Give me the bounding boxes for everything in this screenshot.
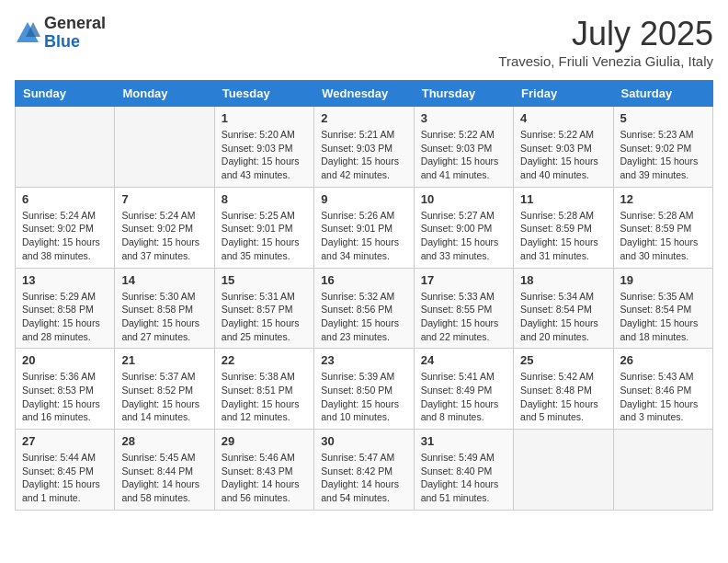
day-number: 30 (321, 434, 406, 448)
day-cell: 4Sunrise: 5:22 AMSunset: 9:03 PMDaylight… (514, 107, 613, 188)
day-number: 22 (222, 353, 307, 367)
day-cell: 27Sunrise: 5:44 AMSunset: 8:45 PMDayligh… (16, 430, 115, 511)
day-info: Sunrise: 5:31 AMSunset: 8:57 PMDaylight:… (222, 290, 307, 344)
day-info: Sunrise: 5:21 AMSunset: 9:03 PMDaylight:… (321, 128, 406, 182)
day-cell: 15Sunrise: 5:31 AMSunset: 8:57 PMDayligh… (214, 268, 313, 349)
logo: General Blue (15, 15, 106, 52)
day-cell: 9Sunrise: 5:26 AMSunset: 9:01 PMDaylight… (314, 187, 414, 268)
logo-icon (15, 20, 40, 46)
day-info: Sunrise: 5:26 AMSunset: 9:01 PMDaylight:… (321, 209, 406, 263)
day-info: Sunrise: 5:35 AMSunset: 8:54 PMDaylight:… (620, 290, 706, 344)
day-info: Sunrise: 5:47 AMSunset: 8:42 PMDaylight:… (321, 451, 406, 505)
day-cell: 13Sunrise: 5:29 AMSunset: 8:58 PMDayligh… (16, 268, 115, 349)
day-number: 24 (421, 353, 506, 367)
month-title: July 2025 (498, 15, 713, 53)
day-cell: 3Sunrise: 5:22 AMSunset: 9:03 PMDaylight… (414, 107, 513, 188)
day-cell: 5Sunrise: 5:23 AMSunset: 9:02 PMDaylight… (613, 107, 712, 188)
day-number: 19 (620, 273, 706, 287)
day-number: 16 (321, 273, 406, 287)
header-thursday: Thursday (414, 81, 513, 107)
day-info: Sunrise: 5:44 AMSunset: 8:45 PMDaylight:… (22, 451, 108, 505)
day-info: Sunrise: 5:28 AMSunset: 8:59 PMDaylight:… (620, 209, 706, 263)
header: General Blue July 2025 Travesio, Friuli … (15, 15, 713, 69)
day-cell: 25Sunrise: 5:42 AMSunset: 8:48 PMDayligh… (514, 349, 613, 430)
day-number: 10 (421, 192, 506, 206)
day-number: 21 (121, 353, 207, 367)
location-title: Travesio, Friuli Venezia Giulia, Italy (498, 53, 713, 69)
header-monday: Monday (115, 81, 214, 107)
day-cell: 23Sunrise: 5:39 AMSunset: 8:50 PMDayligh… (314, 349, 414, 430)
day-info: Sunrise: 5:33 AMSunset: 8:55 PMDaylight:… (421, 290, 506, 344)
day-info: Sunrise: 5:42 AMSunset: 8:48 PMDaylight:… (520, 370, 606, 424)
day-cell: 24Sunrise: 5:41 AMSunset: 8:49 PMDayligh… (414, 349, 513, 430)
day-number: 18 (520, 273, 606, 287)
header-sunday: Sunday (16, 81, 115, 107)
day-cell: 26Sunrise: 5:43 AMSunset: 8:46 PMDayligh… (613, 349, 712, 430)
day-cell: 29Sunrise: 5:46 AMSunset: 8:43 PMDayligh… (214, 430, 313, 511)
day-number: 26 (620, 353, 706, 367)
day-info: Sunrise: 5:32 AMSunset: 8:56 PMDaylight:… (321, 290, 406, 344)
day-cell: 16Sunrise: 5:32 AMSunset: 8:56 PMDayligh… (314, 268, 414, 349)
day-cell: 7Sunrise: 5:24 AMSunset: 9:02 PMDaylight… (115, 187, 214, 268)
day-number: 12 (620, 192, 706, 206)
logo-text: General Blue (44, 15, 106, 52)
header-tuesday: Tuesday (214, 81, 313, 107)
day-cell: 1Sunrise: 5:20 AMSunset: 9:03 PMDaylight… (214, 107, 313, 188)
day-number: 2 (321, 111, 406, 125)
day-number: 27 (22, 434, 108, 448)
day-number: 4 (520, 111, 606, 125)
day-cell: 28Sunrise: 5:45 AMSunset: 8:44 PMDayligh… (115, 430, 214, 511)
day-number: 8 (222, 192, 307, 206)
day-number: 28 (121, 434, 207, 448)
day-info: Sunrise: 5:30 AMSunset: 8:58 PMDaylight:… (121, 290, 207, 344)
day-info: Sunrise: 5:20 AMSunset: 9:03 PMDaylight:… (222, 128, 307, 182)
day-cell (613, 430, 712, 511)
week-row-4: 20Sunrise: 5:36 AMSunset: 8:53 PMDayligh… (16, 349, 713, 430)
day-cell: 31Sunrise: 5:49 AMSunset: 8:40 PMDayligh… (414, 430, 513, 511)
day-info: Sunrise: 5:36 AMSunset: 8:53 PMDaylight:… (22, 370, 108, 424)
day-info: Sunrise: 5:34 AMSunset: 8:54 PMDaylight:… (520, 290, 606, 344)
day-info: Sunrise: 5:43 AMSunset: 8:46 PMDaylight:… (620, 370, 706, 424)
day-cell: 11Sunrise: 5:28 AMSunset: 8:59 PMDayligh… (514, 187, 613, 268)
day-cell: 21Sunrise: 5:37 AMSunset: 8:52 PMDayligh… (115, 349, 214, 430)
day-cell: 22Sunrise: 5:38 AMSunset: 8:51 PMDayligh… (214, 349, 313, 430)
header-wednesday: Wednesday (314, 81, 414, 107)
day-cell: 10Sunrise: 5:27 AMSunset: 9:00 PMDayligh… (414, 187, 513, 268)
day-cell: 20Sunrise: 5:36 AMSunset: 8:53 PMDayligh… (16, 349, 115, 430)
day-number: 29 (222, 434, 307, 448)
day-cell (115, 107, 214, 188)
day-cell: 30Sunrise: 5:47 AMSunset: 8:42 PMDayligh… (314, 430, 414, 511)
day-info: Sunrise: 5:28 AMSunset: 8:59 PMDaylight:… (520, 209, 606, 263)
header-friday: Friday (514, 81, 613, 107)
day-info: Sunrise: 5:22 AMSunset: 9:03 PMDaylight:… (421, 128, 506, 182)
day-info: Sunrise: 5:22 AMSunset: 9:03 PMDaylight:… (520, 128, 606, 182)
day-number: 6 (22, 192, 108, 206)
day-info: Sunrise: 5:49 AMSunset: 8:40 PMDaylight:… (421, 451, 506, 505)
day-number: 1 (222, 111, 307, 125)
day-number: 7 (121, 192, 207, 206)
day-info: Sunrise: 5:37 AMSunset: 8:52 PMDaylight:… (121, 370, 207, 424)
day-number: 23 (321, 353, 406, 367)
week-row-5: 27Sunrise: 5:44 AMSunset: 8:45 PMDayligh… (16, 430, 713, 511)
week-row-1: 1Sunrise: 5:20 AMSunset: 9:03 PMDaylight… (16, 107, 713, 188)
day-cell (16, 107, 115, 188)
day-cell: 12Sunrise: 5:28 AMSunset: 8:59 PMDayligh… (613, 187, 712, 268)
day-info: Sunrise: 5:45 AMSunset: 8:44 PMDaylight:… (121, 451, 207, 505)
calendar-table: SundayMondayTuesdayWednesdayThursdayFrid… (15, 80, 713, 511)
day-number: 9 (321, 192, 406, 206)
day-number: 11 (520, 192, 606, 206)
day-cell: 18Sunrise: 5:34 AMSunset: 8:54 PMDayligh… (514, 268, 613, 349)
day-number: 15 (222, 273, 307, 287)
day-info: Sunrise: 5:38 AMSunset: 8:51 PMDaylight:… (222, 370, 307, 424)
day-info: Sunrise: 5:25 AMSunset: 9:01 PMDaylight:… (222, 209, 307, 263)
day-info: Sunrise: 5:29 AMSunset: 8:58 PMDaylight:… (22, 290, 108, 344)
day-cell: 8Sunrise: 5:25 AMSunset: 9:01 PMDaylight… (214, 187, 313, 268)
day-cell: 19Sunrise: 5:35 AMSunset: 8:54 PMDayligh… (613, 268, 712, 349)
day-number: 14 (121, 273, 207, 287)
day-number: 20 (22, 353, 108, 367)
day-cell: 17Sunrise: 5:33 AMSunset: 8:55 PMDayligh… (414, 268, 513, 349)
day-number: 17 (421, 273, 506, 287)
week-row-3: 13Sunrise: 5:29 AMSunset: 8:58 PMDayligh… (16, 268, 713, 349)
day-info: Sunrise: 5:24 AMSunset: 9:02 PMDaylight:… (22, 209, 108, 263)
week-row-2: 6Sunrise: 5:24 AMSunset: 9:02 PMDaylight… (16, 187, 713, 268)
